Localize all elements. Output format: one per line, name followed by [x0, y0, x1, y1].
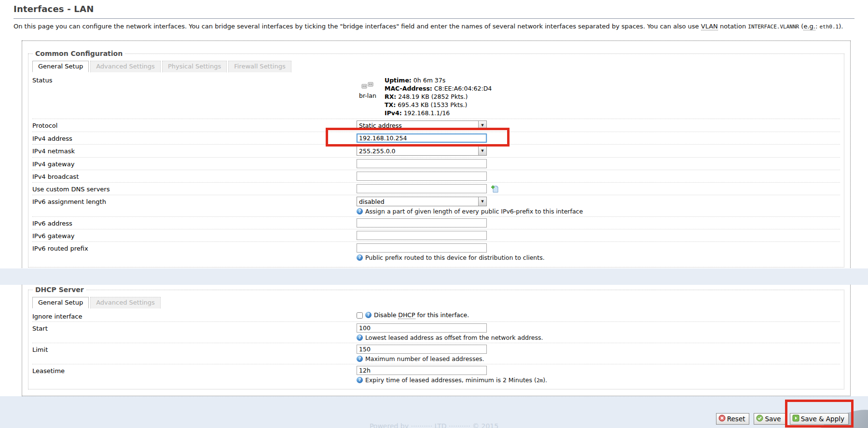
ignore-interface-inline-text-2: for this interface. [415, 311, 469, 319]
field-ipv4-address [357, 134, 840, 143]
row-ipv6-assignment-length: IPv6 assignment lengthdisabled▼?Assign a… [32, 195, 840, 217]
limit-help-text: Maximum number of leased addresses. [365, 355, 484, 362]
row-ipv4-gateway: IPv4 gateway [32, 158, 840, 170]
help-icon: ? [357, 208, 363, 214]
ipv6-gateway-widget [357, 231, 840, 240]
field-protocol: Static address▼ [357, 120, 840, 130]
help-icon: ? [357, 356, 363, 362]
limit-help: ?Maximum number of leased addresses. [357, 355, 840, 362]
config-map: Common Configuration General SetupAdvanc… [22, 40, 851, 396]
ipv4-broadcast-input[interactable] [357, 172, 487, 181]
status-info-line: MAC-Address: C8:EE:A6:04:62:D4 [385, 84, 492, 93]
field-ipv4-gateway [357, 159, 840, 168]
field-use-custom-dns-servers [357, 184, 840, 193]
field-ipv6-routed-prefix: ?Public prefix routed to this device for… [357, 243, 840, 261]
dhcp-server-tabs: General SetupAdvanced Settings [32, 296, 840, 308]
help-icon: ? [357, 377, 363, 383]
row-leasetime: Leasetime?Expiry time of leased addresse… [32, 364, 840, 385]
field-ipv6-address [357, 218, 840, 227]
start-input[interactable] [357, 323, 487, 333]
field-ipv6-gateway [357, 231, 840, 240]
tab-general-setup[interactable]: General Setup [32, 61, 89, 72]
status-info-value: C8:EE:A6:04:62:D4 [432, 85, 492, 92]
ignore-interface-checkbox[interactable] [357, 312, 363, 319]
page-description: On this page you can configure the netwo… [14, 22, 854, 31]
status-info-value: 248.19 KB (2852 Pkts.) [396, 93, 468, 100]
button-label: Save & Apply [801, 415, 844, 423]
leasetime-help-text: Expiry time of leased addresses, minimum… [365, 376, 547, 384]
ipv6-routed-prefix-input[interactable] [357, 243, 487, 253]
reset-button[interactable]: Reset [716, 413, 750, 425]
ipv6-address-input[interactable] [357, 218, 487, 227]
leasetime-help: ?Expiry time of leased addresses, minimu… [357, 376, 840, 384]
ignore-interface-inline-text-0: Disable [374, 311, 398, 319]
field-label-ipv4-address: IPv4 address [32, 134, 357, 142]
row-ipv4-broadcast: IPv4 broadcast [32, 170, 840, 183]
page-title: Interfaces - LAN [14, 0, 854, 19]
ipv6-routed-prefix-help: ?Public prefix routed to this device for… [357, 254, 840, 261]
ipv6-assignment-length-help: ?Assign a part of given length of every … [357, 208, 840, 215]
ipv6-gateway-input[interactable] [357, 231, 487, 240]
field-label-status: Status [32, 75, 357, 84]
section-dhcp-legend: DHCP Server [33, 286, 86, 294]
ipv6-assignment-length-select-value: disabled [357, 197, 478, 206]
tab-advanced-settings[interactable]: Advanced Settings [90, 61, 161, 72]
descr-abbr-5: e.g. [803, 23, 815, 30]
interface-device: br-lan [357, 76, 379, 117]
leasetime-help-text-0: Expiry time of leased addresses, minimum… [365, 376, 537, 384]
tab-general-setup[interactable]: General Setup [32, 297, 89, 308]
status-field: br-lanUptime: 0h 6m 37sMAC-Address: C8:E… [357, 75, 840, 117]
row-start: Start?Lowest leased address as offset fr… [32, 322, 840, 343]
field-label-ipv6-gateway: IPv6 gateway [32, 231, 357, 240]
status-info-key: TX: [385, 101, 396, 108]
row-ipv4-address: IPv4 address [32, 132, 840, 145]
status-info-value: 695.43 KB (1533 Pkts.) [396, 101, 467, 108]
section-dhcp-server: DHCP Server General SetupAdvanced Settin… [28, 286, 844, 389]
field-label-leasetime: Leasetime [32, 366, 357, 374]
bridge-ports-icon [361, 84, 374, 91]
footer-buttons: ResetSaveSave & Apply [716, 413, 849, 425]
field-label-protocol: Protocol [32, 120, 357, 129]
status-info-line: RX: 248.19 KB (2852 Pkts.) [385, 93, 492, 101]
ipv6-assignment-length-select[interactable]: disabled▼ [357, 197, 487, 206]
chevron-down-icon: ▼ [478, 121, 486, 130]
limit-widget [357, 345, 840, 354]
use-custom-dns-servers-input[interactable] [357, 184, 487, 193]
save-apply-button[interactable]: Save & Apply [790, 413, 849, 425]
field-label-ipv6-address: IPv6 address [32, 218, 357, 227]
button-label: Reset [727, 415, 745, 423]
ipv4-broadcast-widget [357, 172, 840, 181]
ipv6-routed-prefix-help-text: Public prefix routed to this device for … [365, 254, 545, 261]
status-info-line: IPv4: 192.168.1.1/16 [385, 109, 492, 117]
save-icon [756, 415, 763, 423]
field-label-start: Start [32, 323, 357, 332]
row-use-custom-dns-servers: Use custom DNS servers [32, 183, 840, 195]
status-info-key: MAC-Address: [385, 85, 432, 92]
ipv4-netmask-select[interactable]: 255.255.0.0▼ [357, 146, 487, 156]
limit-help-text-0: Maximum number of leased addresses. [365, 355, 484, 362]
field-label-ipv4-broadcast: IPv4 broadcast [32, 172, 357, 180]
add-entry-icon[interactable] [491, 185, 499, 193]
row-limit: Limit?Maximum number of leased addresses… [32, 343, 840, 364]
limit-input[interactable] [357, 345, 487, 354]
row-ipv6-address: IPv6 address [32, 217, 840, 229]
status-info-key: IPv4: [385, 109, 402, 117]
field-ipv4-netmask: 255.255.0.0▼ [357, 146, 840, 156]
tab-physical-settings[interactable]: Physical Settings [162, 61, 227, 72]
ipv4-address-widget [357, 134, 840, 143]
ipv4-address-input[interactable] [357, 134, 487, 143]
ipv4-gateway-input[interactable] [357, 159, 487, 168]
section-common-configuration: Common Configuration General SetupAdvanc… [28, 50, 844, 268]
help-icon: ? [357, 254, 363, 261]
protocol-select[interactable]: Static address▼ [357, 120, 487, 130]
row-protocol: ProtocolStatic address▼ [32, 119, 840, 132]
tab-firewall-settings[interactable]: Firewall Settings [228, 61, 291, 72]
device-name: br-lan [357, 92, 379, 99]
tab-advanced-settings[interactable]: Advanced Settings [90, 297, 161, 308]
field-ignore-interface: ?Disable DHCP for this interface. [357, 311, 840, 319]
help-icon: ? [365, 312, 372, 318]
ignore-interface-widget: ?Disable DHCP for this interface. [357, 311, 840, 319]
status-info-value: 0h 6m 37s [412, 77, 445, 84]
save-button[interactable]: Save [754, 413, 785, 425]
leasetime-input[interactable] [357, 366, 487, 375]
